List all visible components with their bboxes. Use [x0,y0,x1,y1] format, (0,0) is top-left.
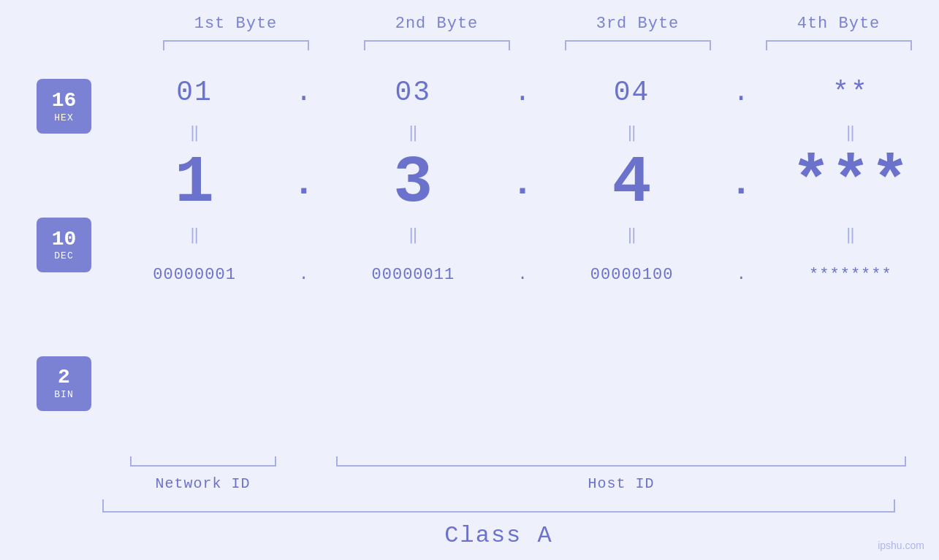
hex-val-2: 03 [329,77,497,108]
hex-dot-1: . [287,77,320,108]
equals-5: ‖ [110,225,278,245]
dec-number: 10 [52,229,77,251]
class-bracket [102,499,895,513]
dec-val-3: 4 [548,150,716,216]
bottom-brackets-row [102,456,939,469]
equals-8: ‖ [767,225,935,245]
hex-badge: 16 HEX [37,79,91,134]
host-id-label: Host ID [336,475,906,492]
bracket-1 [135,39,336,52]
byte-header-3: 3rd Byte [537,15,738,33]
bin-val-2: 00000011 [329,266,497,284]
class-label: Class A [102,518,895,560]
bracket-4 [738,39,939,52]
host-bracket [336,456,906,469]
hex-val-3: 04 [548,77,716,108]
bin-badge: 2 BIN [37,356,91,411]
bracket-2 [336,39,537,52]
equals-7: ‖ [548,225,716,245]
hex-number: 16 [52,90,77,112]
dec-values-row: 1 . 3 . 4 . *** [106,143,939,223]
bin-dot-1: . [287,266,320,284]
hex-label: HEX [54,112,73,123]
label-spacer-1 [303,475,336,492]
network-bracket-line [130,456,276,467]
equals-3: ‖ [548,123,716,142]
main-container: 1st Byte 2nd Byte 3rd Byte 4th Byte 16 H… [0,0,939,560]
bin-dot-2: . [506,266,539,284]
network-id-label: Network ID [102,475,303,492]
class-section: Class A [0,499,939,560]
bin-label: BIN [54,389,73,400]
bracket-line-2 [364,40,510,50]
watermark: ipshu.com [878,540,924,551]
host-bracket-line [336,456,906,467]
bracket-line-4 [766,40,912,50]
values-grid: 01 . 03 . 04 . ** ‖ ‖ ‖ ‖ 1 . [106,59,939,453]
hex-val-1: 01 [110,77,278,108]
bin-val-1: 00000001 [110,266,278,284]
equals-row-1: ‖ ‖ ‖ ‖ [106,121,939,143]
byte-header-2: 2nd Byte [336,15,537,33]
main-content-area: 16 HEX 10 DEC 2 BIN 01 . 03 . 04 . ** [0,59,939,453]
equals-4: ‖ [767,123,935,142]
equals-6: ‖ [329,225,497,245]
bin-val-3: 00000100 [548,266,716,284]
bin-values-row: 00000001 . 00000011 . 00000100 . *******… [106,245,939,304]
network-bracket [102,456,303,469]
bracket-line-1 [163,40,309,50]
hex-values-row: 01 . 03 . 04 . ** [106,63,939,121]
equals-row-2: ‖ ‖ ‖ ‖ [106,223,939,245]
bin-dot-3: . [725,266,758,284]
bottom-labels-row: Network ID Host ID [102,475,939,492]
dec-label: DEC [54,250,73,261]
dec-dot-1: . [287,163,320,204]
byte-headers-row: 1st Byte 2nd Byte 3rd Byte 4th Byte [0,0,939,33]
top-brackets-row [0,39,939,52]
bottom-section: Network ID Host ID [0,456,939,492]
dec-badge: 10 DEC [37,218,91,272]
bin-val-4: ******** [767,266,935,284]
equals-2: ‖ [329,123,497,142]
bracket-spacer-1 [303,456,336,469]
bin-number: 2 [58,367,70,389]
hex-dot-3: . [725,77,758,108]
dec-val-1: 1 [110,150,278,216]
byte-header-4: 4th Byte [738,15,939,33]
hex-val-4: ** [767,77,935,108]
dec-val-4: *** [767,150,935,216]
dec-dot-2: . [506,163,539,204]
bracket-3 [537,39,738,52]
dec-val-2: 3 [329,150,497,216]
dec-dot-3: . [725,163,758,204]
hex-dot-2: . [506,77,539,108]
bracket-line-3 [565,40,711,50]
base-indicators-column: 16 HEX 10 DEC 2 BIN [37,59,91,453]
byte-header-1: 1st Byte [135,15,336,33]
equals-1: ‖ [110,123,278,142]
